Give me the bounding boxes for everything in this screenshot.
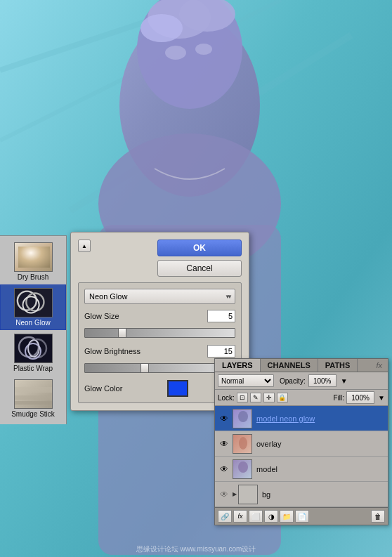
glow-brightness-slider-thumb[interactable] bbox=[141, 363, 149, 373]
filter-thumb-dry-brush bbox=[14, 242, 53, 272]
glow-brightness-slider[interactable] bbox=[84, 363, 235, 373]
ok-button[interactable]: OK bbox=[157, 240, 242, 256]
lock-checkerboard-icon[interactable]: ⊡ bbox=[237, 393, 248, 402]
layer-name-model: model bbox=[256, 465, 385, 473]
glow-size-label: Glow Size bbox=[84, 312, 162, 320]
filter-dropdown-container: Neon Glow ▼ bbox=[84, 289, 235, 304]
filter-item-smudge-stick[interactable]: Smudge Stick bbox=[0, 376, 66, 421]
svg-point-35 bbox=[238, 461, 248, 473]
fx-label: fx bbox=[370, 359, 388, 372]
layer-item-overlay[interactable]: 👁 overlay bbox=[215, 431, 388, 457]
cancel-button[interactable]: Cancel bbox=[157, 260, 242, 277]
svg-rect-27 bbox=[15, 387, 53, 393]
filter-label-neon-glow: Neon Glow bbox=[15, 319, 50, 327]
link-layers-button[interactable]: 🔗 bbox=[218, 510, 232, 523]
glow-size-slider[interactable] bbox=[84, 328, 235, 338]
glow-brightness-label: Glow Brightness bbox=[84, 347, 162, 355]
lock-move-icon[interactable]: ✛ bbox=[263, 393, 275, 402]
blend-mode-select[interactable]: Normal Multiply Screen Overlay bbox=[218, 374, 274, 387]
new-group-button[interactable]: 📁 bbox=[280, 510, 294, 523]
filter-panel: Dry Brush Neon Glow Plastic Wrap bbox=[0, 235, 67, 424]
filter-thumb-neon-glow bbox=[14, 288, 53, 317]
layer-item-model-neon-glow[interactable]: 👁 model neon glow bbox=[215, 406, 388, 431]
glow-color-label: Glow Color bbox=[84, 384, 162, 393]
layers-panel: LAYERS CHANNELS PATHS fx Normal Multiply… bbox=[214, 358, 388, 525]
glow-size-row: Glow Size 5 bbox=[84, 310, 235, 322]
layers-lock-row: Lock: ⊡ ✎ ✛ 🔒 Fill: 100% ▼ bbox=[215, 390, 388, 406]
layer-item-bg[interactable]: 👁 ▶ bg bbox=[215, 482, 388, 507]
filter-label-smudge-stick: Smudge Stick bbox=[11, 410, 55, 418]
layer-visibility-overlay[interactable]: 👁 bbox=[218, 438, 230, 450]
svg-point-33 bbox=[239, 437, 247, 450]
svg-rect-29 bbox=[15, 401, 53, 405]
layer-item-model[interactable]: 👁 model bbox=[215, 457, 388, 482]
layer-name-model-neon-glow: model neon glow bbox=[256, 414, 385, 423]
opacity-value[interactable]: 100% bbox=[308, 374, 337, 387]
svg-rect-14 bbox=[15, 243, 53, 272]
glow-size-value[interactable]: 5 bbox=[207, 310, 235, 322]
fill-arrow[interactable]: ▼ bbox=[378, 394, 385, 402]
layer-name-bg: bg bbox=[262, 490, 385, 499]
layer-thumb-overlay bbox=[233, 434, 252, 454]
tab-channels[interactable]: CHANNELS bbox=[261, 359, 318, 372]
glow-color-swatch[interactable] bbox=[167, 380, 188, 397]
filter-label-dry-brush: Dry Brush bbox=[18, 273, 48, 281]
layer-thumb-bg bbox=[238, 485, 258, 504]
filter-label-plastic-wrap: Plastic Wrap bbox=[13, 365, 53, 372]
new-layer-button[interactable]: 📄 bbox=[295, 510, 309, 523]
glow-color-row: Glow Color bbox=[84, 380, 235, 397]
filter-dropdown-row: Neon Glow ▼ bbox=[84, 289, 235, 304]
opacity-label: Opacity: bbox=[280, 377, 306, 385]
layer-name-overlay: overlay bbox=[256, 440, 385, 448]
opacity-arrow[interactable]: ▼ bbox=[341, 377, 348, 385]
layer-thumb-model bbox=[233, 459, 252, 479]
glow-brightness-value[interactable]: 15 bbox=[207, 345, 235, 358]
filter-dropdown[interactable]: Neon Glow ▼ bbox=[84, 289, 235, 304]
svg-point-16 bbox=[23, 249, 34, 257]
svg-point-13 bbox=[195, 44, 212, 55]
svg-point-8 bbox=[141, 14, 183, 42]
lock-paint-icon[interactable]: ✎ bbox=[250, 393, 261, 402]
svg-point-12 bbox=[165, 46, 186, 60]
delete-layer-button[interactable]: 🗑 bbox=[371, 510, 385, 523]
add-mask-button[interactable]: ⬜ bbox=[249, 510, 263, 523]
bg-expand-arrow[interactable]: ▶ bbox=[233, 491, 237, 497]
layers-bottom-bar: 🔗 fx ⬜ ◑ 📁 📄 🗑 bbox=[215, 507, 388, 525]
glow-brightness-slider-row bbox=[84, 363, 235, 373]
lock-label: Lock: bbox=[218, 394, 235, 402]
filter-thumb-smudge-stick bbox=[14, 379, 53, 409]
filter-thumb-plastic-wrap bbox=[14, 334, 53, 363]
filter-item-plastic-wrap[interactable]: Plastic Wrap bbox=[0, 330, 66, 376]
fill-value[interactable]: 100% bbox=[346, 391, 374, 404]
lock-all-icon[interactable]: 🔒 bbox=[277, 393, 288, 402]
layers-toolbar: Normal Multiply Screen Overlay Opacity: … bbox=[215, 372, 388, 390]
svg-point-15 bbox=[20, 246, 48, 266]
glow-size-slider-row bbox=[84, 328, 235, 338]
layers-tabs: LAYERS CHANNELS PATHS fx bbox=[215, 359, 388, 372]
fill-label: Fill: bbox=[334, 394, 345, 402]
layer-visibility-model[interactable]: 👁 bbox=[218, 463, 230, 476]
scroll-up-button[interactable]: ▲ bbox=[78, 240, 91, 252]
watermark: 思缘设计论坛 www.missyuan.com设计 bbox=[136, 544, 256, 554]
adjustment-layer-button[interactable]: ◑ bbox=[264, 510, 278, 523]
svg-point-31 bbox=[238, 411, 248, 422]
layer-visibility-model-neon-glow[interactable]: 👁 bbox=[218, 412, 230, 425]
filter-item-dry-brush[interactable]: Dry Brush bbox=[0, 239, 66, 284]
layer-effects-button[interactable]: fx bbox=[233, 510, 247, 523]
glow-brightness-row: Glow Brightness 15 bbox=[84, 345, 235, 358]
glow-size-slider-thumb[interactable] bbox=[118, 328, 126, 338]
filter-dropdown-value: Neon Glow bbox=[89, 292, 127, 301]
tab-paths[interactable]: PATHS bbox=[318, 359, 358, 372]
tab-layers[interactable]: LAYERS bbox=[215, 359, 261, 372]
layer-thumb-model-neon-glow bbox=[233, 409, 252, 428]
filter-item-neon-glow[interactable]: Neon Glow bbox=[0, 284, 66, 330]
svg-rect-28 bbox=[15, 395, 53, 400]
layer-visibility-bg[interactable]: 👁 bbox=[218, 488, 230, 501]
